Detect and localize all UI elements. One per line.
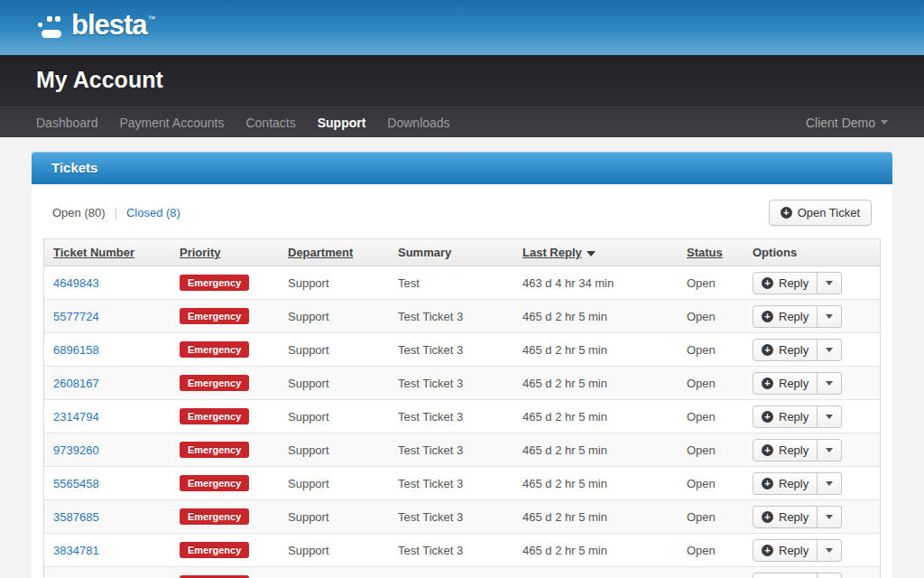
ticket-number-link[interactable]: 3834781	[53, 544, 99, 557]
ticket-number-link[interactable]: 6896158	[53, 343, 99, 357]
status-cell: Open	[678, 434, 744, 467]
ticket-number-link[interactable]: 5577724	[53, 310, 99, 323]
ticket-number-link[interactable]: 2314794	[53, 410, 99, 424]
priority-badge: Emergency	[180, 542, 249, 558]
chevron-down-icon	[826, 515, 833, 519]
last-reply-cell: 465 d 2 hr 5 min	[513, 467, 678, 500]
priority-badge: Emergency	[180, 308, 249, 324]
reply-button[interactable]: Reply	[753, 472, 818, 495]
ticket-number-link[interactable]: 5565458	[53, 477, 99, 490]
summary-cell: Test Ticket 3	[389, 400, 513, 434]
reply-dropdown-toggle[interactable]	[818, 539, 842, 562]
ticket-number-link[interactable]: 9739260	[53, 443, 99, 457]
nav-item-dashboard[interactable]: Dashboard	[36, 116, 98, 130]
column-summary: Summary	[389, 239, 513, 266]
reply-button[interactable]: Reply	[753, 439, 818, 461]
user-menu[interactable]: Client Demo	[806, 116, 888, 130]
reply-button-label: Reply	[779, 310, 808, 323]
plus-circle-icon	[762, 444, 773, 456]
chevron-down-icon	[826, 381, 833, 386]
reply-dropdown-toggle[interactable]	[818, 272, 842, 294]
user-menu-label: Client Demo	[806, 116, 875, 130]
main-nav: Dashboard Payment Accounts Contacts Supp…	[0, 107, 924, 137]
last-reply-cell: 465 d 2 hr 5 min	[513, 500, 678, 534]
reply-button-group: Reply	[753, 372, 842, 395]
reply-button-label: Reply	[779, 477, 808, 490]
column-priority[interactable]: Priority	[171, 239, 279, 266]
ticket-filters: Open (80) | Closed (8) Open Ticket	[43, 196, 881, 238]
priority-badge: Emergency	[180, 508, 249, 525]
reply-button[interactable]: Reply	[753, 573, 818, 578]
column-department[interactable]: Department	[279, 239, 389, 266]
tickets-panel-header: Tickets	[32, 152, 892, 184]
reply-dropdown-toggle[interactable]	[818, 506, 842, 528]
reply-button-label: Reply	[779, 443, 808, 457]
nav-item-payment-accounts[interactable]: Payment Accounts	[120, 116, 225, 130]
reply-dropdown-toggle[interactable]	[818, 305, 842, 328]
column-last-reply[interactable]: Last Reply	[513, 239, 678, 266]
table-row: 6250945 Emergency Support Test Ticket 3 …	[44, 567, 880, 578]
table-row: 9739260 Emergency Support Test Ticket 3 …	[44, 434, 880, 467]
reply-button-label: Reply	[779, 510, 808, 524]
column-ticket-number[interactable]: Ticket Number	[44, 239, 171, 266]
summary-cell: Test Ticket 3	[389, 467, 513, 500]
chevron-down-icon	[826, 314, 833, 319]
filter-closed-tickets[interactable]: Closed (8)	[126, 206, 180, 219]
ticket-number-link[interactable]: 3587685	[53, 510, 99, 524]
last-reply-cell: 465 d 2 hr 5 min	[513, 534, 678, 567]
reply-button[interactable]: Reply	[753, 305, 818, 328]
blesta-logo[interactable]: blesta ™	[36, 9, 156, 44]
priority-badge: Emergency	[180, 442, 249, 458]
chevron-down-icon	[826, 348, 833, 352]
status-cell: Open	[678, 266, 744, 300]
plus-circle-icon	[762, 311, 773, 322]
tickets-panel-body: Open (80) | Closed (8) Open Ticket Ticke…	[32, 184, 892, 578]
reply-button[interactable]: Reply	[753, 272, 818, 294]
reply-button[interactable]: Reply	[753, 339, 818, 361]
last-reply-cell: 465 d 2 hr 5 min	[513, 434, 678, 467]
reply-button-label: Reply	[779, 410, 808, 424]
status-cell: Open	[678, 367, 744, 400]
page-title: My Account	[0, 55, 924, 107]
reply-button-group: Reply	[753, 472, 842, 495]
nav-item-downloads[interactable]: Downloads	[387, 116, 449, 130]
content-area: Tickets Open (80) | Closed (8) Open Tick…	[0, 137, 924, 578]
reply-button-label: Reply	[779, 377, 808, 390]
reply-dropdown-toggle[interactable]	[818, 339, 842, 361]
department-cell: Support	[279, 300, 389, 333]
reply-button[interactable]: Reply	[753, 506, 818, 528]
last-reply-cell: 465 d 2 hr 5 min	[513, 333, 678, 367]
chevron-down-icon	[826, 281, 833, 285]
plus-circle-icon	[781, 207, 792, 219]
table-row: 3587685 Emergency Support Test Ticket 3 …	[44, 500, 880, 534]
reply-button[interactable]: Reply	[753, 372, 818, 395]
open-ticket-button[interactable]: Open Ticket	[769, 200, 872, 226]
last-reply-cell: 465 d 2 hr 5 min	[513, 400, 678, 434]
reply-dropdown-toggle[interactable]	[818, 372, 842, 395]
logo-text: blesta	[71, 9, 147, 42]
brand-header: blesta ™	[0, 0, 924, 52]
table-row: 5565458 Emergency Support Test Ticket 3 …	[44, 467, 880, 500]
department-cell: Support	[279, 367, 389, 400]
chevron-down-icon	[826, 448, 833, 452]
reply-button-group: Reply	[753, 573, 842, 578]
reply-button[interactable]: Reply	[753, 406, 818, 428]
ticket-number-link[interactable]: 2608167	[53, 377, 99, 390]
plus-circle-icon	[762, 511, 773, 523]
reply-dropdown-toggle[interactable]	[818, 573, 842, 578]
filter-open-tickets[interactable]: Open (80)	[52, 206, 106, 219]
summary-cell: Test Ticket 3	[389, 534, 513, 567]
column-status[interactable]: Status	[678, 239, 744, 266]
reply-dropdown-toggle[interactable]	[818, 439, 842, 461]
ticket-number-link[interactable]: 4649843	[53, 276, 99, 290]
reply-dropdown-toggle[interactable]	[818, 472, 842, 495]
plus-circle-icon	[762, 478, 773, 489]
open-ticket-label: Open Ticket	[798, 206, 860, 219]
status-cell: Open	[678, 500, 744, 534]
reply-button-label: Reply	[779, 544, 808, 557]
reply-dropdown-toggle[interactable]	[818, 406, 842, 428]
nav-item-contacts[interactable]: Contacts	[245, 116, 295, 130]
reply-button-group: Reply	[753, 539, 842, 562]
nav-item-support[interactable]: Support	[318, 116, 366, 130]
reply-button[interactable]: Reply	[753, 539, 818, 562]
